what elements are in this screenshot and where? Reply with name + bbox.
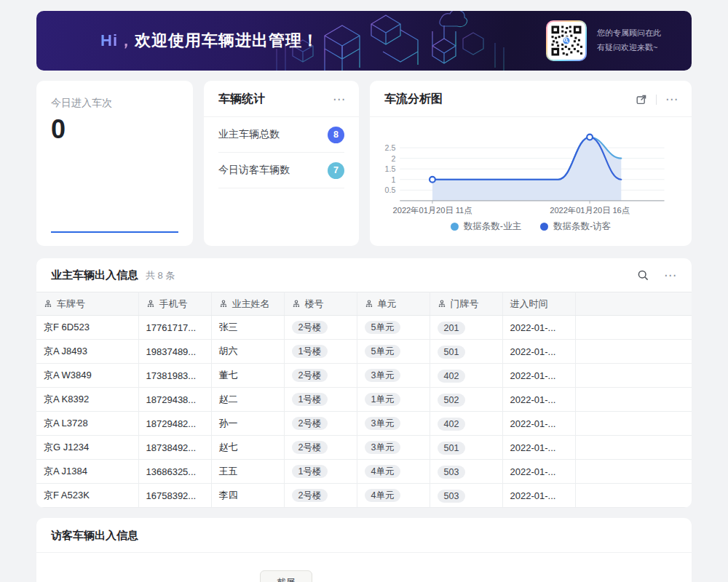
table-row[interactable]: 京A W384917381983...董七2号楼3单元4022022-01-..…: [36, 364, 692, 388]
column-header[interactable]: 车牌号: [36, 292, 138, 316]
cell-name: 李四: [211, 484, 284, 508]
dashboard-page: Hi，欢迎使用车辆进出管理！: [0, 0, 728, 582]
cell-building: 2号楼: [284, 436, 357, 460]
column-header[interactable]: 手机号: [138, 292, 211, 316]
svg-text:2022年01月20日 16点: 2022年01月20日 16点: [550, 206, 630, 215]
table-row[interactable]: 京A J138413686325...王五1号楼4单元5032022-01-..…: [36, 460, 692, 484]
cell-door: 502: [430, 388, 502, 412]
cell-phone: 13686325...: [138, 460, 211, 484]
cell-building: 2号楼: [284, 316, 357, 340]
table-row[interactable]: 京G J123418738492...赵七2号楼3单元5012022-01-..…: [36, 436, 692, 460]
cell-building: 2号楼: [284, 412, 357, 436]
expand-icon[interactable]: [636, 94, 647, 105]
column-header[interactable]: 业主姓名: [211, 292, 284, 316]
qr-caption-line1: 您的专属顾问在此: [597, 26, 661, 41]
today-entries-value: 0: [51, 114, 178, 145]
cell-plate: 京A L3728: [36, 412, 138, 436]
vehicle-stats-list: 业主车辆总数8今日访客车辆数7: [204, 117, 359, 188]
cell-unit: 3单元: [357, 436, 430, 460]
cell-name: 董七: [211, 364, 284, 388]
column-header-label: 门牌号: [451, 298, 479, 311]
column-header[interactable]: 门牌号: [430, 292, 502, 316]
legend-dot-icon: [540, 223, 548, 231]
stat-row[interactable]: 今日访客车辆数7: [218, 153, 344, 188]
legend-item[interactable]: 数据条数-访客: [540, 220, 611, 233]
cell-time: 2022-01-...: [502, 436, 575, 460]
today-entries-card: 今日进入车次 0: [36, 81, 193, 246]
cell-_blank: [575, 436, 692, 460]
legend-label: 数据条数-访客: [553, 220, 611, 233]
more-options-icon[interactable]: ⋯: [664, 269, 677, 282]
flat-sparkline: [51, 231, 178, 233]
tag-badge: 2号楼: [292, 441, 328, 454]
owner-table: 车牌号手机号业主姓名楼号单元门牌号进入时间 京F 6D52317761717..…: [36, 292, 692, 508]
cell-door: 402: [430, 412, 502, 436]
svg-text:2: 2: [392, 154, 396, 163]
tag-badge: 502: [438, 394, 466, 407]
cell-phone: 17381983...: [138, 364, 211, 388]
cell-name: 孙一: [211, 412, 284, 436]
column-header[interactable]: 单元: [357, 292, 430, 316]
column-header[interactable]: 楼号: [284, 292, 357, 316]
cell-phone: 18729482...: [138, 412, 211, 436]
cell-unit: 5单元: [357, 340, 430, 364]
tag-badge: 1号楼: [292, 465, 328, 478]
table-row[interactable]: 京F 6D52317761717...张三2号楼5单元2012022-01-..…: [36, 316, 692, 340]
legend-dot-icon: [451, 223, 459, 231]
table-row[interactable]: 京F A523K16758392...李四2号楼4单元5032022-01-..…: [36, 484, 692, 508]
cell-unit: 3单元: [357, 364, 430, 388]
svg-text:2.5: 2.5: [385, 143, 396, 152]
cell-name: 张三: [211, 316, 284, 340]
count-badge: 8: [328, 127, 344, 143]
cell-unit: 1单元: [357, 388, 430, 412]
more-options-icon[interactable]: ⋯: [333, 93, 346, 105]
stat-row[interactable]: 业主车辆总数8: [218, 117, 344, 153]
column-header[interactable]: 进入时间: [502, 292, 575, 316]
tag-badge: 402: [438, 370, 466, 383]
table-row[interactable]: 京A J849319837489...胡六1号楼5单元5012022-01-..…: [36, 340, 692, 364]
consultant-qr-block: 您的专属顾问在此 有疑问欢迎来戳~: [546, 20, 661, 61]
table-row[interactable]: 京A L372818729482...孙一2号楼3单元4022022-01-..…: [36, 412, 692, 436]
cell-name: 胡六: [211, 340, 284, 364]
legend-item[interactable]: 数据条数-业主: [451, 220, 521, 233]
cell-door: 402: [430, 364, 502, 388]
qr-code: [546, 20, 587, 61]
tag-badge: 501: [438, 346, 466, 359]
cell-time: 2022-01-...: [502, 316, 575, 340]
owner-table-card: 业主车辆出入信息 共 8 条 ⋯ 车牌号手机号业主姓名楼号单元门牌号进入时间 京…: [36, 258, 692, 508]
traffic-chart-area: 0.511.522.52022年01月20日 11点2022年01月20日 16…: [370, 117, 692, 219]
column-header-label: 楼号: [305, 298, 324, 311]
today-entries-label: 今日进入车次: [51, 97, 178, 110]
vehicle-stats-title: 车辆统计: [218, 92, 265, 107]
cell-_blank: [575, 364, 692, 388]
tag-badge: 4单元: [365, 465, 401, 478]
cell-plate: 京F 6D523: [36, 316, 138, 340]
field-type-icon: [292, 300, 301, 308]
column-header-label: 进入时间: [510, 298, 548, 311]
tag-badge: 3单元: [365, 441, 401, 454]
cell-door: 501: [430, 436, 502, 460]
chart-legend: 数据条数-业主数据条数-访客: [370, 220, 692, 240]
cell-unit: 4单元: [357, 484, 430, 508]
welcome-title: Hi，欢迎使用车辆进出管理！: [36, 30, 319, 52]
traffic-chart-card: 车流分析图 ⋯ 0.511.522.52022年01月20日 11点2022年0…: [370, 81, 692, 246]
tag-badge: 402: [438, 418, 466, 431]
screenshot-button[interactable]: 截屏: [260, 570, 312, 582]
tag-badge: 503: [438, 490, 466, 503]
cell-phone: 19837489...: [138, 340, 211, 364]
tag-badge: 1号楼: [292, 393, 328, 406]
tag-badge: 2号楼: [292, 417, 328, 430]
field-type-icon: [219, 300, 228, 308]
tag-badge: 4单元: [365, 489, 401, 502]
table-row[interactable]: 京A K839218729438...赵二1号楼1单元5022022-01-..…: [36, 388, 692, 412]
traffic-chart: 0.511.522.52022年01月20日 11点2022年01月20日 16…: [381, 124, 678, 219]
cell-building: 2号楼: [284, 364, 357, 388]
cell-building: 1号楼: [284, 388, 357, 412]
search-icon[interactable]: [637, 269, 649, 282]
tag-badge: 2号楼: [292, 369, 328, 382]
cell-_blank: [575, 340, 692, 364]
more-options-icon[interactable]: ⋯: [665, 93, 678, 105]
tag-badge: 1号楼: [292, 345, 328, 358]
count-badge: 7: [328, 162, 344, 179]
svg-text:1.5: 1.5: [385, 164, 396, 173]
